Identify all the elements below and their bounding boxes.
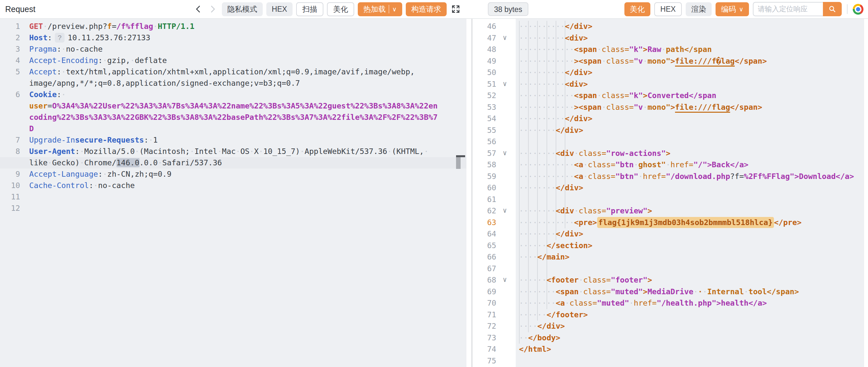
code-token: no-cache xyxy=(98,181,134,190)
chrome-icon[interactable] xyxy=(853,4,864,15)
code-line-content: </html> xyxy=(519,344,868,355)
code-token: >health</a> xyxy=(716,299,767,308)
code-token: ·········· xyxy=(519,80,565,89)
code-token: Host xyxy=(29,33,48,42)
code-row: 70········<a·class="muted"·href="/health… xyxy=(475,298,868,309)
code-token: · xyxy=(61,90,66,99)
encode-dropdown-button[interactable]: 编码 ∨ xyxy=(716,2,749,16)
code-row: 8User-Agent:·Mozilla/5.0·(Macintosh;·Int… xyxy=(0,146,466,157)
privacy-mode-label: 隐私模式 xyxy=(227,4,257,14)
code-token: ·········· xyxy=(519,33,565,43)
code-token: GET xyxy=(29,22,43,31)
code-token: MediaDrive xyxy=(647,287,693,296)
code-line-content: Upgrade-Insecure-Requests:·1 xyxy=(29,135,466,146)
code-token: · xyxy=(643,103,647,112)
line-number: 2 xyxy=(0,32,20,44)
hot-reload-button[interactable]: 热加载 ∨ xyxy=(358,2,402,16)
scan-button[interactable]: 扫描 xyxy=(296,2,323,16)
code-token: <span xyxy=(574,91,597,100)
line-number: 12 xyxy=(0,203,20,214)
line-number: 64 xyxy=(475,228,496,240)
code-token: ········ xyxy=(519,149,556,158)
code-row: 2Host:?10.11.253.76:27133 xyxy=(0,32,466,44)
code-token: ·········· xyxy=(519,22,565,31)
code-token: User-Agent xyxy=(29,147,75,156)
request-editor[interactable]: 1GET·/preview.php?f=/f%fflag·HTTP/1.12Ho… xyxy=(0,19,466,367)
line-number: 72 xyxy=(475,320,496,332)
code-token: = xyxy=(112,22,117,31)
code-token: : xyxy=(89,181,93,190)
request-hex-button[interactable]: HEX xyxy=(266,2,292,16)
code-token: · xyxy=(153,22,158,31)
code-token: <a xyxy=(556,299,565,308)
fold-chevron-icon[interactable]: ∨ xyxy=(503,32,507,44)
code-token: Safari/537.36 xyxy=(162,158,222,167)
code-token: text/html,application/xhtml+xml,applicat… xyxy=(66,67,414,76)
response-beautify-button[interactable]: 美化 xyxy=(624,2,650,16)
code-token: href= xyxy=(671,160,693,169)
code-token: </footer> xyxy=(547,310,588,319)
code-token: · xyxy=(602,57,606,65)
code-token: : xyxy=(98,170,102,179)
fold-chevron-icon[interactable]: ∨ xyxy=(503,147,507,159)
search-button[interactable] xyxy=(823,2,842,16)
fold-chevron-icon[interactable]: ∨ xyxy=(503,78,507,90)
code-row: coding%22%3Bs%3A3%3A%22GBK%22%3Bs%3A8%3A… xyxy=(0,112,466,123)
line-number: 49 xyxy=(475,56,496,67)
code-token: > xyxy=(647,206,652,215)
code-token: · xyxy=(424,147,429,156)
code-row: 50··········</div> xyxy=(475,67,868,79)
chrome-icon-center xyxy=(855,6,862,13)
code-line-content: ··</body> xyxy=(519,332,868,344)
code-token: ········ xyxy=(519,287,556,296)
fold-chevron-icon[interactable]: ∨ xyxy=(503,205,507,217)
chevron-down-icon[interactable]: ∨ xyxy=(392,6,397,12)
code-token: %2Ff%FFlag" xyxy=(744,172,794,181)
code-token: Intel xyxy=(194,147,217,156)
code-line-content: ········<span·class="muted">MediaDrive··… xyxy=(519,286,868,298)
code-token: · xyxy=(249,147,254,156)
code-token: class= xyxy=(606,103,634,112)
code-line-content: user=O%3A4%3A%22User%22%3A3%3A%7Bs%3A4%3… xyxy=(29,101,466,112)
request-beautify-label: 美化 xyxy=(333,4,348,14)
code-token: mono" xyxy=(647,57,671,65)
fullscreen-button[interactable] xyxy=(450,4,461,15)
line-number: 53 xyxy=(475,102,496,113)
code-token: : xyxy=(57,45,61,54)
code-token: coding%22%3Bs%3A3%3A%22GBK%22%3Bs%3A8%3A… xyxy=(29,113,438,122)
line-number: 46 xyxy=(475,21,496,32)
construct-request-button[interactable]: 构造请求 xyxy=(406,2,447,16)
encode-label: 编码 xyxy=(721,4,736,14)
render-button[interactable]: 渲染 xyxy=(686,2,712,16)
code-row: 59············<a·class="btn"·href="/down… xyxy=(475,171,868,182)
fold-chevron-icon[interactable]: ∨ xyxy=(503,274,507,286)
history-back-button[interactable] xyxy=(193,4,204,15)
code-token: · xyxy=(387,147,392,156)
fullscreen-icon xyxy=(451,4,460,13)
code-token: Converted</span xyxy=(647,91,716,100)
code-row: 69········<span·class="muted">MediaDrive… xyxy=(475,286,868,298)
code-token: · xyxy=(93,181,98,190)
chevron-down-icon[interactable]: ∨ xyxy=(739,6,743,12)
privacy-mode-button[interactable]: 隐私模式 xyxy=(222,2,263,16)
code-line-content: ····</div> xyxy=(519,320,868,332)
line-number: 62 xyxy=(475,205,496,217)
request-beautify-button[interactable]: 美化 xyxy=(327,2,354,16)
code-row: 65······</section> xyxy=(475,240,868,252)
scrollbar-thumb[interactable] xyxy=(456,157,461,169)
code-line-content: ······<footer·class="footer"> xyxy=(519,275,868,286)
code-token: ······ xyxy=(519,275,547,284)
history-forward-button[interactable] xyxy=(207,4,218,15)
code-row: D xyxy=(0,123,466,135)
panel-splitter[interactable] xyxy=(472,0,472,367)
response-editor[interactable]: 46··········</div>47∨··········<div>48··… xyxy=(475,19,868,367)
code-token: "muted" xyxy=(611,287,643,296)
code-token: HTTP/1.1 xyxy=(158,22,194,31)
response-locate-input[interactable] xyxy=(753,2,823,16)
code-row: 5Accept:·text/html,application/xhtml+xml… xyxy=(0,66,466,78)
response-hex-button[interactable]: HEX xyxy=(654,2,682,16)
code-token: "/" xyxy=(693,160,707,169)
code-token: /preview.php? xyxy=(48,22,107,31)
code-row: 4Accept-Encoding:·gzip,·deflate xyxy=(0,55,466,66)
code-token: > xyxy=(643,91,647,100)
